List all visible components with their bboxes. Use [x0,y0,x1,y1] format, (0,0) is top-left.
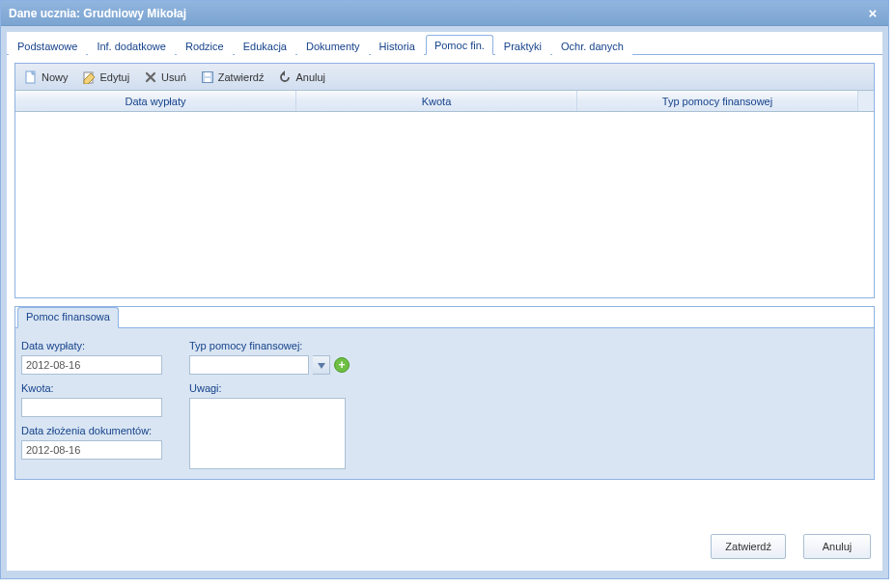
tab-praktyki[interactable]: Praktyki [495,36,550,55]
combo-typ-pomocy[interactable] [189,355,309,375]
new-button[interactable]: Nowy [19,68,72,87]
tab-ochr-danych[interactable]: Ochr. danych [552,36,632,55]
form-col-right: Typ pomocy finansowej: + Uwagi: [189,336,350,469]
confirm-button-label: Zatwierdź [218,71,265,83]
tab-inf-dodatkowe[interactable]: Inf. dodatkowe [88,36,175,55]
input-data-zlozenia[interactable] [21,440,162,460]
label-typ-pomocy: Typ pomocy finansowej: [189,340,350,351]
col-data-wyplaty[interactable]: Data wypłaty [15,91,296,111]
col-spacer [858,91,874,111]
form-col-left: Data wypłaty: Kwota: Data złożenia dokum… [21,336,162,469]
undo-icon [277,70,293,85]
main-tabs: Podstawowe Inf. dodatkowe Rodzice Edukac… [7,32,882,55]
delete-button-label: Usuń [161,71,186,83]
tab-pomoc-fin[interactable]: Pomoc fin. [426,35,493,55]
col-kwota[interactable]: Kwota [296,91,577,111]
tab-dokumenty[interactable]: Dokumenty [297,36,369,55]
svg-rect-4 [205,78,210,82]
label-data-zlozenia: Data złożenia dokumentów: [21,425,162,436]
cancel-button[interactable]: Anuluj [273,68,329,87]
titlebar: Dane ucznia: Grudniowy Mikołaj × [1,1,888,26]
combo-typ-pomocy-wrap: + [189,355,350,375]
cancel-button-label: Anuluj [295,71,325,83]
new-file-icon [23,70,39,85]
form-area: Data wypłaty: Kwota: Data złożenia dokum… [15,328,874,479]
input-kwota[interactable] [21,398,162,417]
window-title: Dane ucznia: Grudniowy Mikołaj [9,7,865,20]
student-dialog: Dane ucznia: Grudniowy Mikołaj × Podstaw… [0,0,889,579]
label-uwagi: Uwagi: [189,382,350,394]
plus-icon: + [338,359,345,371]
new-button-label: Nowy [42,71,69,83]
label-kwota: Kwota: [21,382,162,394]
tab-pomoc-finansowa[interactable]: Pomoc finansowa [17,307,119,328]
delete-button[interactable]: Usuń [139,68,190,87]
tab-edukacja[interactable]: Edukacja [235,36,295,55]
chevron-down-icon [318,359,325,371]
detail-panel: Pomoc finansowa Data wypłaty: Kwota: Dat… [14,306,875,480]
dialog-body: Podstawowe Inf. dodatkowe Rodzice Edukac… [7,32,882,571]
svg-rect-3 [205,72,210,76]
edit-button-label: Edytuj [100,71,130,83]
dialog-confirm-button[interactable]: Zatwierdź [711,534,786,559]
dialog-cancel-button[interactable]: Anuluj [803,534,871,559]
save-icon [200,70,215,85]
grid-toolbar: Nowy Edytuj Usuń [15,64,874,91]
tab-historia[interactable]: Historia [371,36,424,55]
label-data-wyplaty: Data wypłaty: [21,340,162,351]
textarea-uwagi[interactable] [189,398,346,469]
tab-podstawowe[interactable]: Podstawowe [9,36,86,55]
add-type-button[interactable]: + [334,357,350,373]
grid-body[interactable] [15,112,874,297]
dialog-footer: Zatwierdź Anuluj [711,534,871,559]
close-icon[interactable]: × [865,6,881,21]
tab-rodzice[interactable]: Rodzice [177,36,233,55]
combo-trigger[interactable] [313,355,330,375]
edit-button[interactable]: Edytuj [78,68,134,87]
edit-icon [82,70,98,85]
grid-panel: Nowy Edytuj Usuń [14,63,875,298]
detail-tabs: Pomoc finansowa [15,307,874,328]
column-header-row: Data wypłaty Kwota Typ pomocy finansowej [15,91,874,112]
col-typ-pomocy[interactable]: Typ pomocy finansowej [577,91,858,111]
confirm-button[interactable]: Zatwierdź [196,68,268,87]
input-data-wyplaty[interactable] [21,355,162,375]
delete-icon [143,70,158,85]
